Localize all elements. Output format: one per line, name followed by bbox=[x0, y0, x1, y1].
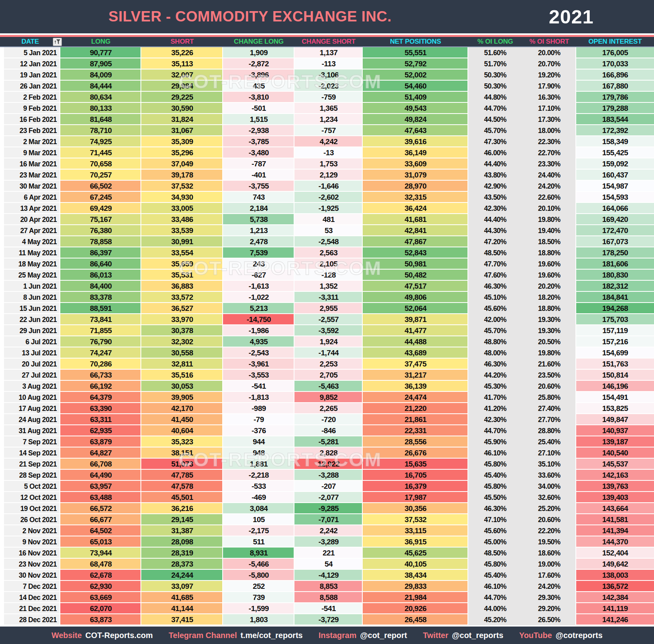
cell-change-short[interactable]: -9,285 bbox=[294, 503, 363, 514]
cell-net-positions[interactable]: 36,915 bbox=[363, 536, 468, 548]
cell-pct-oi-short[interactable]: 17.10% bbox=[522, 103, 576, 114]
cell-short[interactable]: 40,604 bbox=[141, 425, 223, 436]
cell-date[interactable]: 4 May 2021 bbox=[0, 236, 60, 247]
cell-pct-oi-short[interactable]: 20.00% bbox=[522, 47, 576, 58]
cell-date[interactable]: 30 Nov 2021 bbox=[0, 570, 60, 581]
cell-date[interactable]: 7 Sep 2021 bbox=[0, 436, 60, 447]
cell-date[interactable]: 12 Jan 2021 bbox=[0, 58, 60, 69]
cell-short[interactable]: 31,387 bbox=[141, 525, 223, 536]
cell-pct-oi-long[interactable]: 41.20% bbox=[468, 403, 522, 414]
cell-long[interactable]: 66,733 bbox=[60, 370, 141, 381]
cell-long[interactable]: 80,634 bbox=[60, 92, 141, 103]
cell-change-long[interactable]: -787 bbox=[223, 158, 294, 170]
cell-short[interactable]: 30,991 bbox=[141, 236, 223, 247]
cell-pct-oi-long[interactable]: 46.00% bbox=[468, 147, 522, 158]
cell-long[interactable]: 70,658 bbox=[60, 158, 141, 170]
cell-date[interactable]: 17 Aug 2021 bbox=[0, 403, 60, 414]
column-header-change-short[interactable]: CHANGE SHORT bbox=[294, 37, 363, 46]
cell-long[interactable]: 63,669 bbox=[60, 592, 141, 603]
cell-long[interactable]: 63,873 bbox=[60, 614, 141, 625]
cell-date[interactable]: 22 Jun 2021 bbox=[0, 314, 60, 325]
cell-change-short[interactable]: 2,242 bbox=[294, 525, 363, 536]
cell-date[interactable]: 6 Jul 2021 bbox=[0, 336, 60, 347]
cell-change-short[interactable]: 2,828 bbox=[294, 447, 363, 459]
cell-pct-oi-short[interactable]: 22.60% bbox=[522, 192, 576, 203]
cell-change-long[interactable]: -1,599 bbox=[223, 603, 294, 614]
cell-change-long[interactable]: 743 bbox=[223, 192, 294, 203]
cell-short[interactable]: 41,685 bbox=[141, 592, 223, 603]
date-filter-button[interactable] bbox=[53, 38, 62, 46]
cell-long[interactable]: 74,925 bbox=[60, 136, 141, 147]
cell-pct-oi-long[interactable]: 44.70% bbox=[468, 103, 522, 114]
cell-net-positions[interactable]: 50,482 bbox=[363, 270, 468, 281]
cell-net-positions[interactable]: 47,867 bbox=[363, 236, 468, 247]
cell-change-short[interactable]: -2,023 bbox=[294, 81, 363, 92]
cell-net-positions[interactable]: 20,926 bbox=[363, 603, 468, 614]
column-header-long[interactable]: LONG bbox=[60, 37, 141, 46]
cell-long[interactable]: 66,502 bbox=[60, 181, 141, 192]
cell-open-interest[interactable]: 164,066 bbox=[576, 203, 654, 214]
cell-long[interactable]: 70,257 bbox=[60, 170, 141, 181]
cell-change-short[interactable]: 1,365 bbox=[294, 103, 363, 114]
cell-date[interactable]: 14 Sep 2021 bbox=[0, 447, 60, 459]
cell-pct-oi-short[interactable]: 25.20% bbox=[522, 503, 576, 514]
cell-change-long[interactable]: 1,909 bbox=[223, 47, 294, 58]
cell-open-interest[interactable]: 175,703 bbox=[576, 314, 654, 325]
cell-open-interest[interactable]: 152,404 bbox=[576, 548, 654, 559]
cell-long[interactable]: 66,677 bbox=[60, 514, 141, 525]
cell-pct-oi-long[interactable]: 45.80% bbox=[468, 459, 522, 470]
cell-long[interactable]: 84,009 bbox=[60, 69, 141, 81]
cell-net-positions[interactable]: 37,532 bbox=[363, 514, 468, 525]
cell-date[interactable]: 13 Apr 2021 bbox=[0, 203, 60, 214]
cell-change-short[interactable]: -207 bbox=[294, 481, 363, 492]
cell-open-interest[interactable]: 179,288 bbox=[576, 103, 654, 114]
cell-long[interactable]: 63,879 bbox=[60, 436, 141, 447]
cell-short[interactable]: 33,572 bbox=[141, 292, 223, 303]
cell-long[interactable]: 62,070 bbox=[60, 603, 141, 614]
cell-change-long[interactable]: -3,896 bbox=[223, 69, 294, 81]
cell-date[interactable]: 9 Mar 2021 bbox=[0, 147, 60, 158]
column-header-pct-oi-short[interactable]: % OI SHORT bbox=[522, 37, 576, 46]
cell-change-short[interactable]: 2,129 bbox=[294, 170, 363, 181]
cell-short[interactable]: 42,170 bbox=[141, 403, 223, 414]
cell-change-short[interactable]: -2,557 bbox=[294, 314, 363, 325]
cell-pct-oi-short[interactable]: 22.30% bbox=[522, 136, 576, 147]
cell-pct-oi-short[interactable]: 24.20% bbox=[522, 581, 576, 592]
cell-pct-oi-short[interactable]: 18.50% bbox=[522, 236, 576, 247]
cell-open-interest[interactable]: 140,540 bbox=[576, 447, 654, 459]
cell-net-positions[interactable]: 51,409 bbox=[363, 92, 468, 103]
cell-short[interactable]: 30,590 bbox=[141, 103, 223, 114]
cell-long[interactable]: 66,572 bbox=[60, 503, 141, 514]
cell-pct-oi-short[interactable]: 19.30% bbox=[522, 314, 576, 325]
cell-net-positions[interactable]: 22,331 bbox=[363, 425, 468, 436]
cell-long[interactable]: 62,935 bbox=[60, 425, 141, 436]
cell-short[interactable]: 28,098 bbox=[141, 536, 223, 548]
cell-open-interest[interactable]: 178,250 bbox=[576, 247, 654, 258]
cell-change-long[interactable]: 105 bbox=[223, 514, 294, 525]
cell-change-long[interactable]: 3,084 bbox=[223, 503, 294, 514]
cell-pct-oi-short[interactable]: 20.10% bbox=[522, 203, 576, 214]
cell-long[interactable]: 70,286 bbox=[60, 359, 141, 370]
cell-net-positions[interactable]: 43,689 bbox=[363, 347, 468, 359]
cell-pct-oi-short[interactable]: 18.60% bbox=[522, 548, 576, 559]
cell-change-short[interactable]: -757 bbox=[294, 125, 363, 136]
cell-open-interest[interactable]: 150,814 bbox=[576, 370, 654, 381]
cell-pct-oi-long[interactable]: 47.60% bbox=[468, 270, 522, 281]
cell-short[interactable]: 28,373 bbox=[141, 559, 223, 570]
cell-net-positions[interactable]: 36,149 bbox=[363, 147, 468, 158]
cell-pct-oi-short[interactable]: 26.50% bbox=[522, 614, 576, 625]
cell-pct-oi-short[interactable]: 19.50% bbox=[522, 536, 576, 548]
cell-net-positions[interactable]: 33,115 bbox=[363, 525, 468, 536]
cell-date[interactable]: 16 Mar 2021 bbox=[0, 158, 60, 170]
cell-open-interest[interactable]: 170,033 bbox=[576, 58, 654, 69]
cell-change-short[interactable]: 54 bbox=[294, 559, 363, 570]
cell-pct-oi-short[interactable]: 33.60% bbox=[522, 470, 576, 481]
cell-change-long[interactable]: -3,553 bbox=[223, 370, 294, 381]
cell-date[interactable]: 26 Jan 2021 bbox=[0, 81, 60, 92]
cell-date[interactable]: 2 Nov 2021 bbox=[0, 525, 60, 536]
cell-net-positions[interactable]: 21,984 bbox=[363, 592, 468, 603]
cell-pct-oi-long[interactable]: 45.90% bbox=[468, 436, 522, 447]
cell-pct-oi-long[interactable]: 44.30% bbox=[468, 225, 522, 236]
cell-change-short[interactable]: 2,105 bbox=[294, 258, 363, 270]
cell-pct-oi-long[interactable]: 43.50% bbox=[468, 192, 522, 203]
